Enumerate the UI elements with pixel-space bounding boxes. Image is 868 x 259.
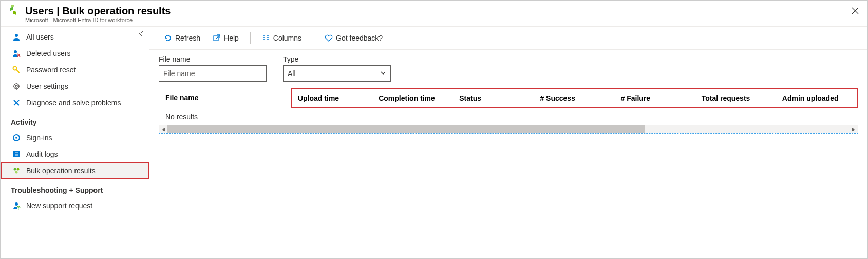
svg-point-6 <box>14 84 19 89</box>
page-header: Users | Bulk operation results Microsoft… <box>1 1 867 26</box>
list-icon <box>12 150 21 159</box>
scroll-left-icon[interactable]: ◄ <box>159 126 167 132</box>
tools-icon <box>12 98 21 107</box>
external-link-icon <box>213 34 221 42</box>
person-x-icon <box>12 49 21 58</box>
toolbar-label: Got feedback? <box>336 34 383 42</box>
sidebar-item-label: User settings <box>26 82 68 90</box>
sidebar-section-activity: Activity <box>1 111 149 130</box>
type-select[interactable]: All <box>283 65 391 82</box>
scroll-right-icon[interactable]: ► <box>850 126 858 132</box>
columns-button[interactable]: Columns <box>257 32 307 44</box>
refresh-icon <box>164 34 172 42</box>
svg-point-18 <box>17 168 20 171</box>
col-admin[interactable]: Admin uploaded <box>776 89 857 107</box>
svg-point-19 <box>15 171 18 174</box>
no-results-message: No results <box>159 108 858 125</box>
signin-icon <box>12 133 21 142</box>
sidebar-item-password-reset[interactable]: Password reset <box>1 62 149 78</box>
col-upload-time[interactable]: Upload time <box>292 89 372 107</box>
filter-label-filename: File name <box>159 55 267 63</box>
toolbar-label: Help <box>224 34 239 42</box>
svg-point-3 <box>15 34 18 37</box>
key-icon <box>12 65 21 75</box>
sidebar-item-label: Password reset <box>26 66 76 74</box>
sidebar: All users Deleted users Password reset U… <box>1 27 149 258</box>
toolbar-label: Columns <box>273 34 301 42</box>
columns-icon <box>262 34 270 42</box>
scroll-thumb[interactable] <box>167 125 645 133</box>
svg-point-7 <box>15 85 17 87</box>
toolbar: Refresh Help Columns <box>149 27 867 50</box>
sidebar-item-all-users[interactable]: All users <box>1 29 149 45</box>
person-icon <box>12 32 21 42</box>
close-button[interactable] <box>849 5 861 17</box>
col-file-name[interactable]: File name <box>159 88 291 108</box>
sidebar-item-deleted-users[interactable]: Deleted users <box>1 45 149 62</box>
col-success[interactable]: # Success <box>534 89 614 107</box>
sidebar-item-label: Audit logs <box>26 150 58 158</box>
sidebar-item-label: New support request <box>26 201 92 210</box>
heart-icon <box>325 34 333 42</box>
table-header-row: File name Upload time Completion time St… <box>159 88 858 108</box>
svg-point-4 <box>14 50 17 53</box>
sidebar-item-label: Sign-ins <box>26 134 52 142</box>
svg-rect-0 <box>10 7 13 11</box>
chevron-down-icon <box>380 69 386 78</box>
main-content: Refresh Help Columns <box>149 27 867 258</box>
type-select-value: All <box>288 69 296 78</box>
toolbar-label: Refresh <box>175 34 200 42</box>
support-icon <box>12 201 21 210</box>
filters-row: File name Type All <box>149 50 867 88</box>
filter-label-type: Type <box>283 55 391 63</box>
bulk-icon <box>12 166 21 175</box>
sidebar-item-label: Deleted users <box>26 49 70 58</box>
sidebar-item-label: Bulk operation results <box>26 166 96 175</box>
refresh-button[interactable]: Refresh <box>159 32 205 44</box>
sidebar-item-new-support[interactable]: New support request <box>1 197 149 214</box>
sidebar-item-audit-logs[interactable]: Audit logs <box>1 146 149 162</box>
horizontal-scrollbar[interactable]: ◄ ► <box>159 125 858 133</box>
filename-input[interactable] <box>159 65 267 82</box>
help-button[interactable]: Help <box>207 32 244 44</box>
sidebar-item-bulk-results[interactable]: Bulk operation results <box>1 162 149 179</box>
page-subtitle: Microsoft - Microsoft Entra ID for workf… <box>25 17 171 23</box>
feedback-button[interactable]: Got feedback? <box>319 32 388 44</box>
col-completion-time[interactable]: Completion time <box>372 89 453 107</box>
svg-point-17 <box>14 168 16 171</box>
col-status[interactable]: Status <box>453 89 534 107</box>
highlighted-columns: Upload time Completion time Status # Suc… <box>291 88 858 108</box>
sidebar-item-signins[interactable]: Sign-ins <box>1 130 149 146</box>
sidebar-item-label: Diagnose and solve problems <box>26 99 121 107</box>
sidebar-section-support: Troubleshooting + Support <box>1 179 149 197</box>
collapse-sidebar-icon[interactable] <box>139 30 146 39</box>
gear-icon <box>12 82 21 91</box>
toolbar-separator <box>313 32 313 44</box>
app-icon <box>8 5 20 18</box>
svg-rect-22 <box>214 36 218 41</box>
svg-point-20 <box>15 202 18 206</box>
toolbar-separator <box>250 32 251 44</box>
page-title: Users | Bulk operation results <box>25 5 171 17</box>
sidebar-item-label: All users <box>26 33 54 41</box>
sidebar-item-diagnose[interactable]: Diagnose and solve problems <box>1 95 149 111</box>
results-table: File name Upload time Completion time St… <box>159 88 858 134</box>
col-total[interactable]: Total requests <box>695 89 776 107</box>
sidebar-item-user-settings[interactable]: User settings <box>1 78 149 95</box>
svg-rect-1 <box>13 11 16 15</box>
col-failure[interactable]: # Failure <box>615 89 695 107</box>
